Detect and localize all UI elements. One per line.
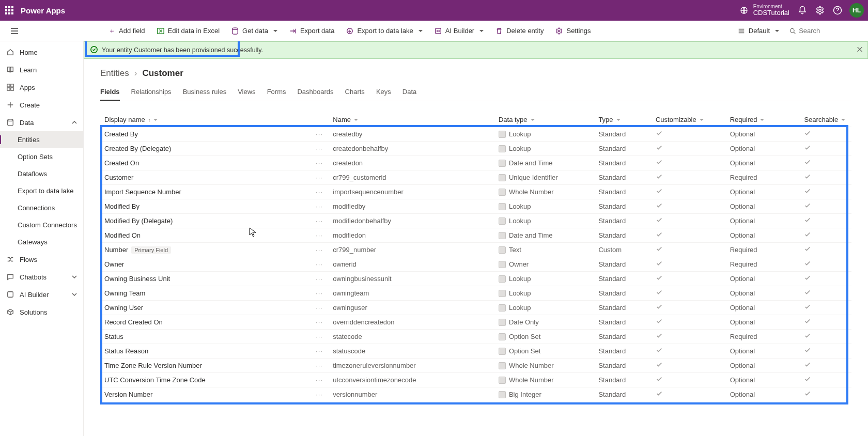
table-row[interactable]: Modified By (Delegate)···modifiedonbehal… (100, 214, 851, 228)
row-more-button[interactable]: ··· (316, 333, 323, 340)
row-more-button[interactable]: ··· (316, 130, 323, 138)
notification-close-button[interactable] (856, 46, 863, 55)
sidebar-item-custom-connectors[interactable]: Custom Connectors (0, 216, 83, 233)
tab-charts[interactable]: Charts (345, 84, 365, 101)
tab-keys[interactable]: Keys (376, 84, 391, 101)
sidebar-item-chatbots[interactable]: Chatbots (0, 268, 83, 286)
environment-selector[interactable]: Environment CDSTutorial (740, 4, 789, 17)
view-mode-button[interactable]: Default (733, 25, 783, 37)
table-row[interactable]: Import Sequence Number···importsequencen… (100, 185, 851, 199)
table-row[interactable]: Owning Team···owningteamLookupStandardOp… (100, 286, 851, 301)
table-row[interactable]: Version Number···versionnumberBig Intege… (100, 387, 851, 402)
tab-relationships[interactable]: Relationships (131, 84, 172, 101)
nav-toggle-button[interactable] (4, 21, 25, 41)
plus-icon: ＋ (107, 27, 116, 35)
add-field-button[interactable]: ＋Add field (103, 25, 149, 37)
settings-button[interactable] (811, 0, 829, 21)
row-more-button[interactable]: ··· (316, 391, 323, 398)
sidebar-item-gateways[interactable]: Gateways (0, 233, 83, 251)
export-data-button[interactable]: Export data (285, 25, 339, 37)
col-required[interactable]: Required (726, 113, 800, 127)
get-data-button[interactable]: Get data (227, 25, 282, 37)
sidebar-item-export-lake[interactable]: Export to data lake (0, 182, 83, 199)
row-more-button[interactable]: ··· (316, 188, 323, 196)
sidebar-item-connections[interactable]: Connections (0, 199, 83, 216)
tab-views[interactable]: Views (238, 84, 255, 101)
row-more-button[interactable]: ··· (316, 304, 323, 312)
row-more-button[interactable]: ··· (316, 217, 323, 225)
svg-rect-6 (5, 12, 7, 14)
table-row[interactable]: NumberPrimary Field···cr799_numberTextCu… (100, 243, 851, 257)
row-more-button[interactable]: ··· (316, 275, 323, 283)
table-row[interactable]: Created By···createdbyLookupStandardOpti… (100, 127, 851, 142)
tab-forms[interactable]: Forms (267, 84, 286, 101)
help-button[interactable] (829, 0, 846, 21)
user-avatar[interactable]: HL (849, 3, 864, 18)
sidebar-item-home[interactable]: Home (0, 43, 83, 61)
sidebar-item-flows[interactable]: Flows (0, 251, 83, 268)
table-row[interactable]: Created On···createdonDate and TimeStand… (100, 156, 851, 170)
breadcrumb-root[interactable]: Entities (100, 68, 129, 79)
table-row[interactable]: Record Created On···overriddencreatedonD… (100, 315, 851, 330)
col-name[interactable]: Name (329, 113, 494, 127)
row-more-button[interactable]: ··· (316, 347, 323, 355)
sidebar-item-ai-builder[interactable]: AI Builder (0, 286, 83, 303)
col-type[interactable]: Type (594, 113, 652, 127)
cell-customizable (652, 170, 726, 185)
row-more-button[interactable]: ··· (316, 145, 323, 152)
col-display-name[interactable]: Display name ↑ (100, 113, 312, 127)
list-icon (737, 27, 746, 35)
row-more-button[interactable]: ··· (316, 362, 323, 369)
sidebar-item-create[interactable]: Create (0, 96, 83, 114)
cell-type: Standard (594, 185, 652, 199)
svg-point-13 (233, 27, 238, 29)
row-more-button[interactable]: ··· (316, 376, 323, 384)
notifications-button[interactable] (794, 0, 811, 21)
table-row[interactable]: Status Reason···statuscodeOption SetStan… (100, 344, 851, 359)
col-customizable[interactable]: Customizable (652, 113, 726, 127)
row-more-button[interactable]: ··· (316, 174, 323, 181)
row-more-button[interactable]: ··· (316, 203, 323, 210)
table-row[interactable]: Status···statecodeOption SetStandardRequ… (100, 330, 851, 344)
sidebar-item-solutions[interactable]: Solutions (0, 303, 83, 321)
search-input[interactable] (786, 26, 864, 36)
app-launcher-button[interactable] (4, 5, 14, 15)
environment-label: Environment (753, 4, 789, 9)
table-row[interactable]: Owning Business Unit···owningbusinessuni… (100, 272, 851, 286)
col-data-type[interactable]: Data type (494, 113, 594, 127)
row-more-button[interactable]: ··· (316, 246, 323, 254)
row-more-button[interactable]: ··· (316, 260, 323, 268)
ai-builder-button[interactable]: AI Builder (430, 25, 488, 37)
edit-excel-button[interactable]: Edit data in Excel (152, 25, 224, 37)
sidebar-item-apps[interactable]: Apps (0, 79, 83, 96)
waffle-icon (5, 6, 13, 14)
sidebar-item-option-sets[interactable]: Option Sets (0, 148, 83, 165)
sidebar-item-learn[interactable]: Learn (0, 61, 83, 79)
tab-fields[interactable]: Fields (100, 84, 120, 101)
sidebar-item-entities[interactable]: Entities (0, 131, 83, 148)
table-row[interactable]: Customer···cr799_customeridUnique Identi… (100, 170, 851, 185)
tab-data[interactable]: Data (402, 84, 416, 101)
export-lake-button[interactable]: Export to data lake (342, 25, 426, 37)
search-field[interactable] (799, 27, 861, 35)
tab-dashboards[interactable]: Dashboards (297, 84, 333, 101)
sidebar-item-dataflows[interactable]: Dataflows (0, 165, 83, 182)
row-more-button[interactable]: ··· (316, 231, 323, 239)
tab-business-rules[interactable]: Business rules (183, 84, 227, 101)
col-searchable[interactable]: Searchable (800, 113, 851, 127)
delete-entity-button[interactable]: Delete entity (491, 25, 548, 37)
cell-data-type: Lookup (494, 214, 594, 228)
table-row[interactable]: Modified On···modifiedonDate and TimeSta… (100, 228, 851, 243)
table-row[interactable]: UTC Conversion Time Zone Code···utcconve… (100, 373, 851, 387)
table-row[interactable]: Created By (Delegate)···createdonbehalfb… (100, 142, 851, 156)
row-more-button[interactable]: ··· (316, 159, 323, 167)
row-more-button[interactable]: ··· (316, 289, 323, 297)
table-row[interactable]: Modified By···modifiedbyLookupStandardOp… (100, 199, 851, 214)
row-more-button[interactable]: ··· (316, 318, 323, 326)
table-row[interactable]: Time Zone Rule Version Number···timezone… (100, 359, 851, 373)
table-row[interactable]: Owner···owneridOwnerStandardRequired (100, 257, 851, 272)
sidebar-item-data[interactable]: Data (0, 114, 83, 131)
cmd-settings-button[interactable]: Settings (551, 25, 595, 37)
book-icon (6, 66, 14, 74)
table-row[interactable]: Owning User···owninguserLookupStandardOp… (100, 301, 851, 315)
